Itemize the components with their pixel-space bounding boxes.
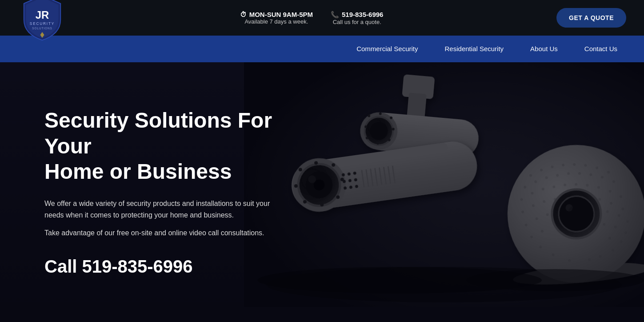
contact-info: ⏱ MON-SUN 9AM-5PM Available 7 days a wee…	[67, 11, 556, 25]
hours-label: ⏱ MON-SUN 9AM-5PM	[240, 11, 313, 18]
get-quote-button[interactable]: GET A QUOTE	[556, 8, 626, 28]
hero-phone[interactable]: Call 519-835-6996	[44, 257, 289, 277]
hero-content: Security Solutions For Your Home or Busi…	[0, 108, 289, 277]
logo: JR SECURITY SOLUTIONS	[18, 0, 67, 42]
hero-section: Security Solutions For Your Home or Busi…	[0, 62, 644, 322]
hero-desc1: We offer a wide variety of security prod…	[44, 198, 289, 221]
nav-item-about[interactable]: About Us	[530, 45, 558, 53]
phone-info: 📞 519-835-6996 Call us for a quote.	[331, 11, 383, 25]
phone-icon: 📞	[331, 11, 339, 19]
clock-icon: ⏱	[240, 11, 247, 18]
nav-bar: Commercial Security Residential Security…	[0, 36, 644, 62]
nav-links: Commercial Security Residential Security…	[356, 45, 617, 53]
nav-item-residential[interactable]: Residential Security	[445, 45, 504, 53]
svg-text:SECURITY: SECURITY	[30, 22, 55, 26]
hero-title: Security Solutions For Your Home or Busi…	[44, 108, 289, 185]
hours-text: MON-SUN 9AM-5PM	[249, 11, 313, 18]
nav-item-contact[interactable]: Contact Us	[584, 45, 617, 53]
nav-item-commercial[interactable]: Commercial Security	[356, 45, 418, 53]
phone-sub: Call us for a quote.	[331, 19, 383, 25]
hours-sub: Available 7 days a week.	[240, 18, 313, 25]
svg-text:SOLUTIONS: SOLUTIONS	[32, 27, 52, 30]
phone-number: 519-835-6996	[342, 11, 383, 18]
hours-info: ⏱ MON-SUN 9AM-5PM Available 7 days a wee…	[240, 11, 313, 25]
phone-label: 📞 519-835-6996	[331, 11, 383, 19]
nav-link-about[interactable]: About Us	[530, 45, 558, 52]
nav-link-residential[interactable]: Residential Security	[445, 45, 504, 52]
nav-link-commercial[interactable]: Commercial Security	[356, 45, 418, 52]
svg-text:JR: JR	[36, 9, 49, 21]
top-bar: JR SECURITY SOLUTIONS ⏱ MON-SUN 9AM-5PM …	[0, 0, 644, 36]
logo-area: JR SECURITY SOLUTIONS	[18, 0, 67, 42]
nav-link-contact[interactable]: Contact Us	[584, 45, 617, 52]
hero-desc2: Take advantage of our free on-site and o…	[44, 227, 289, 239]
